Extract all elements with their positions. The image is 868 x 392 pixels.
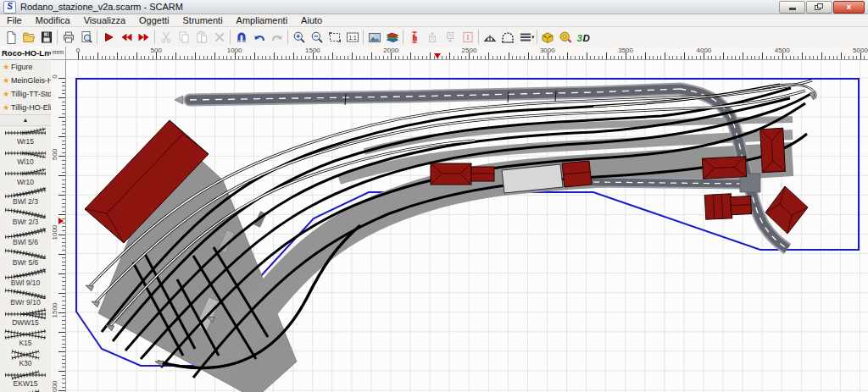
close-button[interactable]: × (833, 1, 865, 14)
part-item-bwl-2-3[interactable]: BWl 2/3 (0, 186, 51, 207)
v-ruler-label: 1500 (51, 304, 58, 317)
toolbar-separator (478, 30, 479, 44)
part-item-partial[interactable] (0, 388, 51, 392)
menu-file[interactable]: File (0, 15, 29, 25)
library-selector[interactable]: Roco-HO-Ln ▾ (0, 47, 51, 60)
toolbar-open-file-button[interactable] (19, 29, 37, 46)
toolbar-measure-button[interactable] (557, 29, 575, 46)
star-icon: ★ (3, 63, 9, 71)
library-item-tillig-ho-elite[interactable]: ★Tillig-HO-Elite (0, 101, 51, 114)
slip-icon (3, 389, 47, 392)
v-ruler-label: 2000 (51, 383, 58, 392)
toolbar-start-point-button[interactable] (99, 29, 117, 46)
delete-icon (213, 30, 226, 44)
part-item-bwl-9-10[interactable]: BWl 9/10 (0, 268, 51, 288)
slip-icon (3, 369, 47, 380)
start-point-icon (102, 30, 115, 44)
toolbar-zoom-in-button[interactable] (290, 29, 308, 46)
paste-icon (195, 30, 209, 44)
toolbar-text-note-button[interactable]: I (459, 29, 476, 46)
part-item-k15[interactable]: K15 (0, 328, 51, 348)
toolbar-view-3d-button[interactable]: 3D (575, 29, 593, 46)
toolbar-separator (97, 30, 97, 44)
toolbar-paste-button[interactable] (192, 29, 210, 46)
height-down-icon: h (443, 30, 457, 44)
part-item-bwr-9-10[interactable]: BWr 9/10 (0, 287, 51, 307)
toolbar-new-file-button[interactable] (2, 29, 19, 46)
drawing-canvas[interactable] (66, 60, 868, 392)
menu-visualizza[interactable]: Visualizza (77, 15, 132, 25)
h-ruler-label: 1000 (227, 47, 242, 54)
toolbar-separator (403, 30, 403, 44)
toolbar-separator (363, 30, 364, 44)
toolbar-tunnel-button[interactable] (498, 29, 516, 46)
layers-icon (386, 30, 399, 44)
v-ruler-label: 1000 (51, 226, 58, 240)
backward-icon (120, 30, 133, 44)
h-ruler-label: 2500 (462, 47, 477, 54)
h-ruler-label: 3500 (618, 47, 633, 54)
part-item-bwr-2-3[interactable]: BWr 2/3 (0, 207, 51, 227)
library-item-figure[interactable]: ★Figure (0, 60, 51, 74)
menu-strumenti[interactable]: Strumenti (176, 15, 230, 25)
toolbar-zoom-1-1-button[interactable]: 1:1 (343, 29, 361, 46)
toolbar-print-button[interactable] (59, 29, 77, 46)
toolbar-zoom-out-button[interactable] (308, 29, 326, 46)
toolbar-delete-button[interactable] (210, 29, 228, 46)
library-item-meingleis-ho-7[interactable]: ★MeinGleis-HO-7 (0, 74, 51, 87)
menu-ampliamenti[interactable]: Ampliamenti (230, 15, 295, 25)
toolbar-zoom-area-button[interactable] (326, 29, 343, 46)
scroll-up-button[interactable]: ▲ (0, 114, 51, 126)
part-item-bwr-5-6[interactable]: BWr 5/6 (0, 247, 51, 268)
toolbar-layers-button[interactable] (383, 29, 401, 46)
part-item-wr15[interactable]: Wr15 (0, 126, 51, 146)
toolbar-height-up-button[interactable]: h (423, 29, 441, 46)
toolbar-print-preview-button[interactable] (77, 29, 95, 46)
toolbar-copy-button[interactable] (175, 29, 192, 46)
star-icon: ★ (3, 103, 9, 112)
part-item-wl10[interactable]: Wl10 (0, 146, 51, 167)
svg-text:1:1: 1:1 (348, 34, 356, 40)
toolbar-separator (537, 30, 537, 44)
curved-right-icon (3, 248, 47, 259)
window-title: Rodano_stazione_v2a.scarm - SCARM (20, 2, 183, 12)
horizontal-ruler: 0500100015002000250030003500400045005000 (66, 47, 868, 60)
part-item-dww15[interactable]: DWW15 (0, 307, 51, 328)
toolbar-undo-button[interactable] (250, 29, 268, 46)
toolbar-backward-button[interactable] (117, 29, 135, 46)
toolbar-magnet-snap-button[interactable] (232, 29, 250, 46)
heights-icon: h (408, 30, 421, 44)
toolbar-bridge-button[interactable] (481, 29, 498, 46)
line-style-icon (519, 30, 532, 44)
part-item-ekw15[interactable]: EKW15 (0, 368, 51, 389)
menu-aiuto[interactable]: Aiuto (294, 15, 329, 25)
part-item-k30[interactable]: K30 (0, 348, 51, 368)
restore-button[interactable] (806, 1, 832, 14)
dropdown-arrow-icon[interactable]: ▾ (531, 34, 535, 41)
toolbar-height-down-button[interactable]: h (441, 29, 459, 46)
part-item-bwl-5-6[interactable]: BWl 5/6 (0, 227, 51, 247)
toolbar-heights-button[interactable]: h (405, 29, 423, 46)
minimize-button[interactable] (779, 1, 805, 14)
v-ruler-cursor-marker (58, 218, 64, 224)
menu-modifica[interactable]: Modifica (29, 15, 77, 25)
menu-oggetti[interactable]: Oggetti (132, 15, 175, 25)
toolbar-object-3d-button[interactable] (539, 29, 557, 46)
toolbar-cut-button[interactable] (157, 29, 175, 46)
measure-icon (559, 30, 572, 44)
h-ruler-label: 4500 (775, 47, 790, 54)
toolbar-separator (287, 30, 288, 44)
building-station-annex (471, 167, 494, 181)
v-ruler-label: 500 (51, 148, 58, 162)
undo-icon (253, 30, 266, 44)
library-item-tillig-tt-std[interactable]: ★Tillig-TT-Std (0, 87, 51, 101)
toolbar-save-file-button[interactable] (37, 29, 55, 46)
toolbar-redo-button[interactable] (268, 29, 286, 46)
part-item-wr10[interactable]: Wr10 (0, 167, 51, 187)
building-house-1 (760, 128, 786, 172)
toolbar-forward-button[interactable] (135, 29, 153, 46)
toolbar-background-image-button[interactable] (365, 29, 383, 46)
toolbar: 1:1hhhI▾3D (0, 27, 868, 47)
forward-icon (137, 30, 151, 44)
building-station (431, 163, 494, 185)
